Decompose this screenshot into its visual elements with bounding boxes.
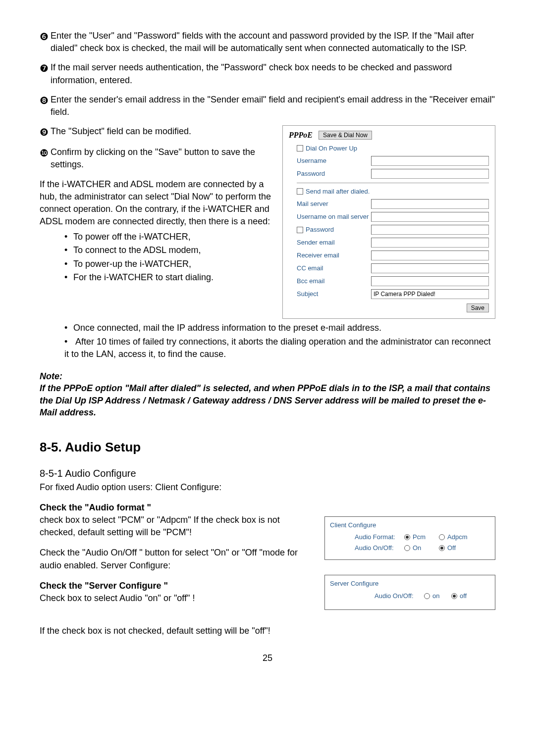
dial-on-power-checkbox[interactable] — [297, 145, 303, 151]
note-body: If the PPPoE option "Mail after dialed" … — [40, 382, 495, 418]
connection-text: If the i-WATCHER and ADSL modem are conn… — [40, 178, 272, 228]
bullet-7-icon: ❼ — [40, 61, 49, 86]
mail-server-label: Mail server — [297, 200, 371, 208]
audio-format-text: check box to select "PCM" or "Adpcm" If … — [40, 514, 315, 539]
audio-onoff-text: Check the "Audio On/Off " button for sel… — [40, 547, 315, 571]
client-on-radio[interactable] — [404, 545, 410, 551]
mail-server-input[interactable] — [371, 199, 489, 209]
dial-on-power-label: Dial On Power Up — [306, 144, 357, 153]
sub-bullet: •Once connected, mail the IP address inf… — [64, 322, 495, 334]
cc-input[interactable] — [371, 263, 489, 273]
mail-user-label: Username on mail server — [297, 212, 371, 221]
server-configure-title: Server Configure — [330, 579, 490, 588]
bcc-input[interactable] — [371, 276, 489, 286]
sub-bullet: • After 10 times of failed try connectio… — [64, 336, 495, 360]
audio-intro: For fixed Audio option users: Client Con… — [40, 481, 495, 494]
bullet-6-text: Enter the "User" and "Password" fields w… — [51, 30, 495, 54]
bullet-6-icon: ❻ — [40, 30, 49, 54]
server-configure-heading: Check the "Server Configure " — [40, 580, 315, 592]
page-number: 25 — [40, 652, 495, 664]
audio-format-heading: Check the "Audio format " — [40, 502, 315, 514]
pppoe-title: PPPoE — [289, 130, 313, 141]
server-onoff-label: Audio On/Off: — [374, 592, 424, 601]
receiver-label: Receiver email — [297, 251, 371, 260]
bullet-7-text: If the mail server needs authentication,… — [51, 61, 495, 86]
bullet-9-text: The "Subject" field can be modified. — [51, 125, 272, 139]
sub-bullet: •To power-up the i-WATCHER, — [64, 258, 272, 270]
username-label: Username — [297, 156, 371, 165]
adpcm-radio[interactable] — [439, 534, 445, 540]
sender-label: Sender email — [297, 238, 371, 247]
sub-bullet: •To power off the i-WATCHER, — [64, 231, 272, 243]
mail-pwd-input[interactable] — [371, 225, 489, 235]
send-mail-label: Send mail after dialed. — [306, 187, 370, 196]
save-dial-now-button[interactable]: Save & Dial Now — [319, 131, 372, 140]
audio-subtitle: 8-5-1 Audio Configure — [40, 466, 495, 480]
sub-bullet: •For the i-WATCHER to start dialing. — [64, 271, 272, 284]
password-label: Password — [297, 169, 371, 178]
save-button[interactable]: Save — [467, 303, 489, 312]
bcc-label: Bcc email — [297, 277, 371, 286]
bullet-8-text: Enter the sender's email address in the … — [51, 94, 495, 118]
bullet-8-icon: ❽ — [40, 94, 49, 118]
username-input[interactable] — [371, 156, 489, 166]
bullet-10-text: Confirm by clicking on the "Save" button… — [51, 146, 272, 171]
mail-pwd-label: Password — [306, 226, 334, 233]
sender-input[interactable] — [371, 238, 489, 248]
audio-format-label: Audio Format: — [355, 533, 404, 542]
client-off-radio[interactable] — [439, 545, 445, 551]
send-mail-checkbox[interactable] — [297, 188, 303, 195]
note-heading: Note: — [40, 370, 495, 382]
receiver-input[interactable] — [371, 251, 489, 260]
sub-bullet: •To connect to the ADSL modem, — [64, 244, 272, 256]
pcm-radio[interactable] — [404, 534, 410, 540]
password-input[interactable] — [371, 169, 489, 179]
server-configure-box: Server Configure Audio On/Off: on off — [324, 575, 495, 609]
client-onoff-label: Audio On/Off: — [355, 544, 404, 553]
client-configure-box: Client Configure Audio Format: Pcm Adpcm… — [324, 516, 495, 560]
server-configure-text-2: If the check box is not checked, default… — [40, 625, 495, 637]
server-on-radio[interactable] — [424, 593, 430, 599]
bullet-10-icon: ❿ — [40, 146, 49, 171]
subject-label: Subject — [297, 290, 371, 299]
mail-user-input[interactable] — [371, 212, 489, 222]
pppoe-panel: PPPoE Save & Dial Now Dial On Power Up U… — [282, 125, 495, 319]
mail-pwd-checkbox[interactable] — [297, 227, 303, 233]
server-off-radio[interactable] — [451, 593, 457, 599]
subject-input[interactable] — [371, 289, 489, 299]
client-configure-title: Client Configure — [330, 521, 490, 530]
cc-label: CC email — [297, 264, 371, 273]
server-configure-text: Check box to select Audio "on" or "off" … — [40, 592, 315, 605]
section-title: 8-5. Audio Setup — [40, 438, 495, 456]
bullet-9-icon: ❾ — [40, 125, 49, 139]
